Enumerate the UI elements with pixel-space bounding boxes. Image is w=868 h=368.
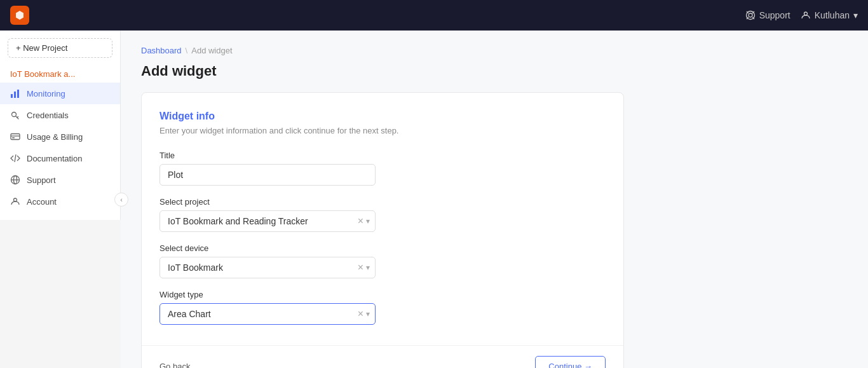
credit-card-icon xyxy=(10,132,20,142)
topbar: Support Kutluhan ▾ xyxy=(0,0,868,31)
new-project-label: + New Project xyxy=(16,43,67,53)
svg-point-7 xyxy=(804,12,807,15)
sidebar-item-support[interactable]: Support xyxy=(0,169,120,191)
project-field-group: Select project IoT Bookmark and Reading … xyxy=(159,197,606,232)
account-label: Account xyxy=(27,197,57,207)
form-section-title: Widget info xyxy=(159,111,606,122)
monitoring-label: Monitoring xyxy=(27,89,65,99)
widget-type-select-actions: × ▾ xyxy=(358,309,375,319)
widget-type-field-group: Widget type Area Chart × ▾ xyxy=(159,290,606,325)
support-label: Support xyxy=(759,10,790,20)
section-title-plain: Widget xyxy=(159,111,196,121)
credentials-label: Credentials xyxy=(27,111,69,120)
breadcrumb-separator: \ xyxy=(186,46,188,55)
sidebar-item-monitoring[interactable]: Monitoring xyxy=(0,83,120,104)
username-label: Kutluhan xyxy=(815,10,850,20)
widget-type-clear-icon[interactable]: × xyxy=(358,309,363,319)
svg-marker-0 xyxy=(16,11,24,20)
sidebar-item-documentation[interactable]: Documentation xyxy=(0,147,120,169)
project-select[interactable]: IoT Bookmark and Reading Tracker × ▾ xyxy=(159,210,376,232)
device-select-value: IoT Bookmark xyxy=(160,257,358,278)
page-title: Add widget xyxy=(141,63,848,79)
bar-chart-icon xyxy=(10,88,20,99)
svg-rect-14 xyxy=(12,137,15,139)
sidebar-item-account[interactable]: Account xyxy=(0,191,120,212)
user-icon xyxy=(801,10,811,20)
breadcrumb-dashboard[interactable]: Dashboard xyxy=(141,46,182,55)
main-content: Dashboard \ Add widget Add widget Widget… xyxy=(121,31,868,368)
section-title-colored: info xyxy=(196,111,215,121)
breadcrumb: Dashboard \ Add widget xyxy=(141,46,848,55)
widget-type-label: Widget type xyxy=(159,290,606,299)
key-icon xyxy=(10,110,20,120)
user-chevron-icon: ▾ xyxy=(853,10,858,20)
project-select-actions: × ▾ xyxy=(358,216,375,226)
documentation-label: Documentation xyxy=(27,154,82,163)
support-icon xyxy=(745,10,756,20)
project-chevron-icon[interactable]: ▾ xyxy=(366,217,370,226)
title-field-group: Title xyxy=(159,151,606,186)
svg-rect-8 xyxy=(11,94,13,98)
support-sidebar-label: Support xyxy=(27,175,56,185)
widget-type-chevron-icon[interactable]: ▾ xyxy=(366,310,370,318)
sidebar-item-billing[interactable]: Usage & Billing xyxy=(0,126,120,147)
device-chevron-icon[interactable]: ▾ xyxy=(366,263,370,272)
app-layout: + New Project IoT Bookmark a... Monitori… xyxy=(0,31,868,368)
svg-point-19 xyxy=(14,198,17,201)
breadcrumb-current: Add widget xyxy=(191,46,232,55)
svg-rect-12 xyxy=(11,134,20,140)
continue-button[interactable]: Continue → xyxy=(535,356,606,368)
project-clear-icon[interactable]: × xyxy=(358,216,363,226)
form-section-desc: Enter your widget information and click … xyxy=(159,126,606,135)
sidebar: + New Project IoT Bookmark a... Monitori… xyxy=(0,31,121,220)
widget-type-select-value: Area Chart xyxy=(160,304,358,324)
support-link[interactable]: Support xyxy=(745,10,790,20)
device-select[interactable]: IoT Bookmark × ▾ xyxy=(159,257,376,278)
topbar-right: Support Kutluhan ▾ xyxy=(745,10,858,20)
title-input[interactable] xyxy=(159,164,376,186)
go-back-button[interactable]: Go back xyxy=(159,362,190,368)
title-label: Title xyxy=(159,151,606,160)
user-menu[interactable]: Kutluhan ▾ xyxy=(801,10,858,20)
svg-line-15 xyxy=(15,154,16,162)
globe-icon xyxy=(10,175,20,185)
device-clear-icon[interactable]: × xyxy=(358,262,363,273)
widget-type-select[interactable]: Area Chart × ▾ xyxy=(159,303,376,325)
device-select-actions: × ▾ xyxy=(358,262,375,273)
account-user-icon xyxy=(10,196,20,207)
svg-point-2 xyxy=(749,13,752,17)
svg-rect-9 xyxy=(14,92,16,98)
sidebar-wrapper: + New Project IoT Bookmark a... Monitori… xyxy=(0,31,121,368)
card-footer: Go back Continue → xyxy=(142,345,623,368)
sidebar-item-credentials[interactable]: Credentials xyxy=(0,104,120,126)
project-select-value: IoT Bookmark and Reading Tracker xyxy=(160,211,358,231)
device-label: Select device xyxy=(159,243,606,253)
billing-label: Usage & Billing xyxy=(27,132,83,142)
sidebar-collapse-button[interactable]: ‹ xyxy=(114,193,128,207)
app-logo[interactable] xyxy=(10,6,29,25)
code-icon xyxy=(10,153,20,163)
current-project-name[interactable]: IoT Bookmark a... xyxy=(0,65,120,83)
svg-rect-10 xyxy=(17,90,19,98)
widget-form-card: Widget info Enter your widget informatio… xyxy=(141,92,624,368)
new-project-button[interactable]: + New Project xyxy=(8,38,112,58)
device-field-group: Select device IoT Bookmark × ▾ xyxy=(159,243,606,278)
project-label: Select project xyxy=(159,197,606,207)
